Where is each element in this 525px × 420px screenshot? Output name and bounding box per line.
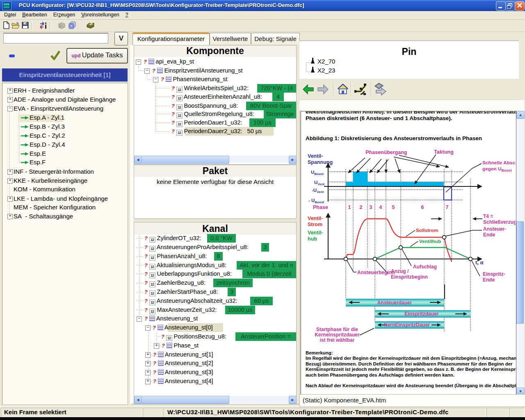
svg-text:- UBoost: - UBoost bbox=[308, 198, 324, 204]
svg-text:6: 6 bbox=[421, 204, 424, 210]
svg-text:Spannung: Spannung bbox=[308, 159, 333, 165]
svg-text:hub: hub bbox=[308, 236, 317, 242]
svg-text:UVent: UVent bbox=[314, 180, 325, 186]
svg-text:Phase: Phase bbox=[313, 204, 328, 210]
svg-text:Einspritz-: Einspritz- bbox=[483, 271, 505, 277]
svg-text:Kerneinspritzdauer: Kerneinspritzdauer bbox=[315, 332, 360, 338]
svg-text:Ansteuerbeginn: Ansteuerbeginn bbox=[357, 270, 395, 275]
svg-text:T4 =: T4 = bbox=[483, 213, 493, 219]
svg-text:Ende: Ende bbox=[483, 232, 495, 238]
svg-text:Phasenübergang: Phasenübergang bbox=[365, 150, 407, 155]
svg-text:1: 1 bbox=[348, 204, 351, 210]
svg-text:Ende: Ende bbox=[483, 277, 495, 283]
svg-text:Startphase für die: Startphase für die bbox=[316, 327, 358, 332]
svg-text:4: 4 bbox=[379, 204, 382, 210]
svg-text:5: 5 bbox=[392, 204, 395, 210]
svg-text:Ventilhub: Ventilhub bbox=[419, 238, 441, 244]
svg-text:Aufschlag: Aufschlag bbox=[413, 264, 437, 270]
svg-text:Ventil-: Ventil- bbox=[308, 230, 323, 236]
svg-text:-UVent: -UVent bbox=[312, 188, 324, 194]
svg-text:Einspritzbeginn: Einspritzbeginn bbox=[391, 274, 428, 280]
svg-text:t, α: t, α bbox=[475, 259, 484, 266]
svg-text:ist frei wählbar: ist frei wählbar bbox=[320, 337, 355, 343]
svg-text:Schnelle Abschaltu: Schnelle Abschaltu bbox=[482, 160, 516, 166]
svg-text:Ventil-: Ventil- bbox=[308, 153, 323, 159]
svg-text:UBoost: UBoost bbox=[311, 170, 324, 176]
svg-text:3: 3 bbox=[370, 204, 372, 210]
svg-text:Strom: Strom bbox=[308, 222, 322, 227]
svg-text:KernEinspritzDauer: KernEinspritzDauer bbox=[384, 322, 430, 328]
svg-text:Ansteuerdauer: Ansteuerdauer bbox=[377, 300, 412, 306]
svg-text:2: 2 bbox=[360, 204, 363, 210]
svg-text:Taktung: Taktung bbox=[434, 149, 454, 155]
svg-text:gegen UBoost: gegen UBoost bbox=[482, 166, 512, 173]
svg-text:Anzug /: Anzug / bbox=[391, 268, 409, 274]
svg-text:Ventil-: Ventil- bbox=[308, 216, 323, 221]
svg-text:Einspritzdauer: Einspritzdauer bbox=[404, 311, 439, 317]
svg-text:Sollstrom: Sollstrom bbox=[416, 227, 438, 233]
svg-text:Schließverzugsz: Schließverzugsz bbox=[483, 219, 516, 225]
svg-text:7: 7 bbox=[446, 204, 449, 210]
svg-text:Ansteuer-: Ansteuer- bbox=[483, 226, 506, 232]
